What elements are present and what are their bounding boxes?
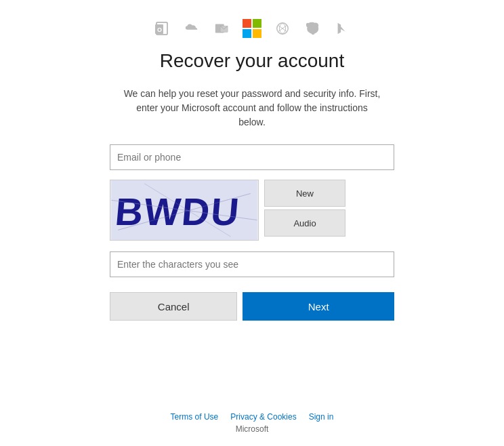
captcha-image: BWDU	[110, 180, 259, 241]
svg-text:O: O	[157, 26, 162, 33]
new-captcha-button[interactable]: New	[264, 180, 345, 207]
svg-text:BWDU: BWDU	[113, 191, 242, 234]
ms-green-square	[253, 19, 261, 28]
page-footer: Terms of Use Privacy & Cookies Sign in M…	[171, 412, 334, 446]
onedrive-icon	[183, 20, 201, 37]
bing-icon	[333, 20, 351, 37]
footer-brand: Microsoft	[236, 424, 269, 434]
privacy-link[interactable]: Privacy & Cookies	[230, 412, 296, 422]
ms-red-square	[243, 19, 251, 28]
ms-yellow-square	[253, 29, 261, 38]
page-title: Recover your account	[160, 50, 344, 72]
captcha-button-group: New Audio	[264, 180, 345, 241]
outlook-icon	[213, 20, 230, 37]
captcha-section: BWDU New Audio	[110, 180, 394, 241]
captcha-input[interactable]	[110, 251, 394, 277]
office-icon: O	[153, 20, 171, 37]
next-button[interactable]: Next	[243, 292, 394, 321]
main-container: Recover your account We can help you res…	[110, 50, 394, 321]
cancel-button[interactable]: Cancel	[110, 292, 237, 321]
xbox-icon	[274, 20, 291, 37]
skype-icon	[303, 20, 321, 37]
email-input[interactable]	[110, 144, 394, 170]
microsoft-logo	[243, 19, 261, 38]
ms-blue-square	[243, 29, 251, 38]
top-icon-bar: O	[153, 19, 351, 38]
form-buttons: Cancel Next	[110, 292, 394, 321]
recovery-form: BWDU New Audio Cancel Next	[110, 144, 394, 321]
footer-links: Terms of Use Privacy & Cookies Sign in	[171, 412, 334, 422]
audio-captcha-button[interactable]: Audio	[264, 209, 345, 237]
page-description: We can help you reset your password and …	[123, 87, 381, 129]
svg-marker-9	[338, 23, 345, 35]
signin-link[interactable]: Sign in	[309, 412, 334, 422]
terms-link[interactable]: Terms of Use	[171, 412, 219, 422]
